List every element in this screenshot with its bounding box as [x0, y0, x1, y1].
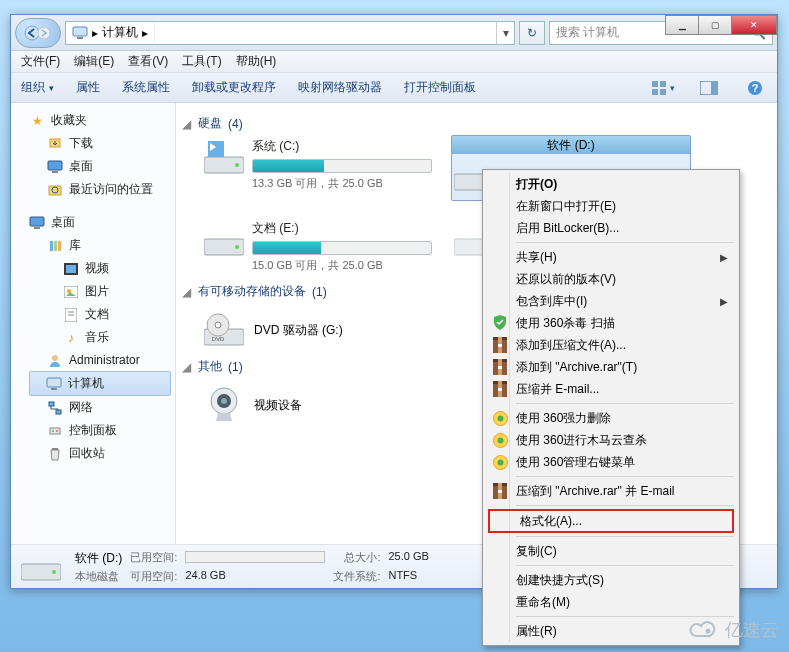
details-fs-val: NTFS [388, 569, 428, 584]
sidebar-recycle[interactable]: 回收站 [11, 442, 175, 465]
ctx-item-12[interactable]: 使用 360强力删除 [486, 407, 736, 429]
ctx-separator [516, 476, 734, 477]
ctx-item-13[interactable]: 使用 360进行木马云查杀 [486, 429, 736, 451]
category-hdd[interactable]: ◢硬盘 (4) [182, 115, 767, 132]
rar-icon [491, 380, 509, 398]
ctx-item-2[interactable]: 启用 BitLocker(B)... [486, 217, 736, 239]
svg-point-73 [497, 459, 503, 465]
ctx-label: 使用 360杀毒 扫描 [516, 315, 615, 332]
user-icon [47, 352, 63, 368]
drive-e[interactable]: 文档 (E:)15.0 GB 可用，共 25.0 GB [204, 220, 432, 273]
ctx-item-18[interactable]: 格式化(A)... [488, 509, 734, 533]
sidebar-network[interactable]: 网络 [11, 396, 175, 419]
ctx-item-1[interactable]: 在新窗口中打开(E) [486, 195, 736, 217]
svg-rect-14 [52, 171, 58, 173]
ctx-item-4[interactable]: 共享(H)▶ [486, 246, 736, 268]
svg-point-49 [215, 322, 221, 328]
details-total-val: 25.0 GB [388, 550, 428, 567]
nav-back-forward[interactable] [15, 18, 61, 48]
nav-row: ▸ 计算机 ▸ ▾ ↻ 搜索 计算机 🔍 [11, 15, 777, 51]
ctx-item-16[interactable]: 压缩到 "Archive.rar" 并 E-mail [486, 480, 736, 502]
ctx-item-14[interactable]: 使用 360管理右键菜单 [486, 451, 736, 473]
ctx-label: 格式化(A)... [520, 513, 582, 530]
ctx-separator [516, 505, 734, 506]
address-bar[interactable]: ▸ 计算机 ▸ ▾ [65, 21, 515, 45]
sidebar-control-panel[interactable]: 控制面板 [11, 419, 175, 442]
sidebar-admin[interactable]: Administrator [11, 349, 175, 371]
rar-icon [491, 358, 509, 376]
svg-rect-19 [50, 241, 53, 251]
ctx-item-0[interactable]: 打开(O) [486, 173, 736, 195]
ctx-label: 复制(C) [516, 543, 557, 560]
computer-icon [72, 25, 88, 41]
tb-map-drive[interactable]: 映射网络驱动器 [298, 79, 382, 96]
svg-text:DVD: DVD [212, 336, 225, 342]
svg-rect-20 [54, 241, 57, 251]
sidebar-desktop-fav[interactable]: 桌面 [11, 155, 175, 178]
ctx-item-5[interactable]: 还原以前的版本(V) [486, 268, 736, 290]
recycle-icon [47, 446, 63, 462]
menu-help[interactable]: 帮助(H) [236, 53, 277, 70]
tb-control-panel[interactable]: 打开控制面板 [404, 79, 476, 96]
menu-edit[interactable]: 编辑(E) [74, 53, 114, 70]
drive-c[interactable]: 系统 (C:)13.3 GB 可用，共 25.0 GB [204, 138, 432, 198]
sidebar-favorites[interactable]: ★收藏夹 [11, 109, 175, 132]
svg-rect-34 [50, 428, 60, 434]
sidebar-downloads[interactable]: 下载 [11, 132, 175, 155]
collapse-icon: ◢ [182, 117, 192, 131]
help-icon[interactable]: ? [743, 78, 767, 98]
svg-point-53 [221, 398, 227, 404]
svg-point-29 [52, 355, 58, 361]
sidebar-videos[interactable]: 视频 [11, 257, 175, 280]
svg-rect-31 [51, 388, 57, 390]
svg-rect-32 [49, 402, 54, 406]
sidebar-documents[interactable]: 文档 [11, 303, 175, 326]
drive-large-icon [21, 549, 61, 585]
close-button[interactable]: ✕ [731, 15, 777, 35]
ctx-item-6[interactable]: 包含到库中(I)▶ [486, 290, 736, 312]
ctx-label: 启用 BitLocker(B)... [516, 220, 619, 237]
svg-point-35 [52, 430, 54, 432]
svg-text:?: ? [752, 82, 759, 94]
view-mode-icon[interactable]: ▾ [651, 78, 675, 98]
refresh-button[interactable]: ↻ [519, 21, 545, 45]
ctx-item-9[interactable]: 添加到 "Archive.rar"(T) [486, 356, 736, 378]
maximize-button[interactable]: ▢ [698, 15, 732, 35]
address-root[interactable]: ▸ 计算机 ▸ [66, 22, 155, 44]
tb-uninstall[interactable]: 卸载或更改程序 [192, 79, 276, 96]
ctx-item-8[interactable]: 添加到压缩文件(A)... [486, 334, 736, 356]
svg-point-78 [706, 629, 711, 634]
ctx-item-20[interactable]: 复制(C) [486, 540, 736, 562]
svg-rect-77 [498, 490, 502, 493]
preview-pane-icon[interactable] [697, 78, 721, 98]
sidebar-desktop[interactable]: 桌面 [11, 211, 175, 234]
svg-rect-33 [56, 410, 61, 414]
submenu-arrow-icon: ▶ [720, 252, 728, 263]
sidebar-libraries[interactable]: 库 [11, 234, 175, 257]
ctx-item-7[interactable]: 使用 360杀毒 扫描 [486, 312, 736, 334]
organize-button[interactable]: 组织▾ [21, 79, 54, 96]
minimize-button[interactable]: ▁ [665, 15, 699, 35]
ctx-label: 添加到压缩文件(A)... [516, 337, 626, 354]
dvd-icon: DVD [204, 310, 244, 350]
sidebar-computer[interactable]: 计算机 [29, 371, 171, 396]
menu-file[interactable]: 文件(F) [21, 53, 60, 70]
ctx-label: 包含到库中(I) [516, 293, 587, 310]
sidebar-pictures[interactable]: 图片 [11, 280, 175, 303]
ctx-item-10[interactable]: 压缩并 E-mail... [486, 378, 736, 400]
music-icon: ♪ [63, 330, 79, 346]
sidebar-recent[interactable]: 最近访问的位置 [11, 178, 175, 201]
svg-rect-59 [498, 344, 502, 347]
drive-d-label: 软件 (D:) [452, 136, 690, 154]
ctx-item-22[interactable]: 创建快捷方式(S) [486, 569, 736, 591]
menu-tools[interactable]: 工具(T) [182, 53, 221, 70]
tb-system-properties[interactable]: 系统属性 [122, 79, 170, 96]
sidebar-music[interactable]: ♪音乐 [11, 326, 175, 349]
ctx-label: 使用 360进行木马云查杀 [516, 432, 647, 449]
picture-icon [63, 284, 79, 300]
tb-properties[interactable]: 属性 [76, 79, 100, 96]
menu-view[interactable]: 查看(V) [128, 53, 168, 70]
address-dropdown[interactable]: ▾ [496, 22, 514, 44]
360y-icon [491, 453, 509, 471]
ctx-item-23[interactable]: 重命名(M) [486, 591, 736, 613]
